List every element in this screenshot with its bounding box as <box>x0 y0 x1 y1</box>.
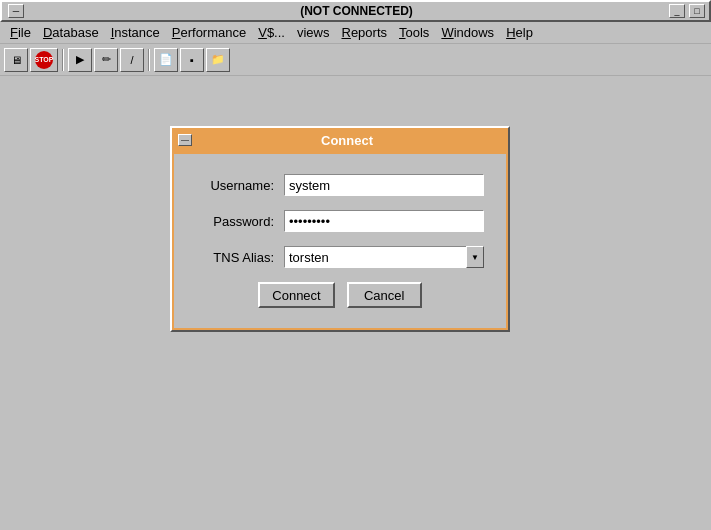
toolbar-slash1-button[interactable]: / <box>120 48 144 72</box>
menu-reports[interactable]: Reports <box>335 24 393 41</box>
title-bar: ─ (NOT CONNECTED) _ □ <box>0 0 711 22</box>
tns-dropdown-arrow[interactable]: ▼ <box>466 246 484 268</box>
toolbar-box-button[interactable]: ▪ <box>180 48 204 72</box>
connect-dialog: — Connect Username: Password: TNS Alias:… <box>170 126 510 332</box>
stop-button[interactable]: STOP <box>30 48 58 72</box>
toolbar-run-button[interactable]: ▶ <box>68 48 92 72</box>
tns-label: TNS Alias: <box>194 250 284 265</box>
maximize-button[interactable]: □ <box>689 4 705 18</box>
connect-button[interactable]: Connect <box>258 282 334 308</box>
toolbar-doc-button[interactable]: 📄 <box>154 48 178 72</box>
menu-performance[interactable]: Performance <box>166 24 252 41</box>
password-input[interactable] <box>284 210 484 232</box>
username-row: Username: <box>194 174 486 196</box>
toolbar-separator-1 <box>62 49 64 71</box>
stop-icon: STOP <box>35 51 53 69</box>
password-label: Password: <box>194 214 284 229</box>
menu-vs[interactable]: V$... <box>252 24 291 41</box>
dialog-titlebar: — Connect <box>172 128 508 152</box>
dialog-title: Connect <box>192 133 502 148</box>
menu-bar: File Database Instance Performance V$...… <box>0 22 711 44</box>
window-title: (NOT CONNECTED) <box>46 4 667 18</box>
toolbar-edit-button[interactable]: ✏ <box>94 48 118 72</box>
toolbar-separator-2 <box>148 49 150 71</box>
cancel-button[interactable]: Cancel <box>347 282 422 308</box>
username-input[interactable] <box>284 174 484 196</box>
menu-views[interactable]: views <box>291 24 336 41</box>
menu-file[interactable]: File <box>4 24 37 41</box>
tns-select-wrapper: ▼ <box>284 246 484 268</box>
dialog-buttons: Connect Cancel <box>194 282 486 308</box>
username-label: Username: <box>194 178 284 193</box>
system-menu-button[interactable]: ─ <box>8 4 24 18</box>
menu-tools[interactable]: Tools <box>393 24 435 41</box>
menu-windows[interactable]: Windows <box>435 24 500 41</box>
minimize-button[interactable]: _ <box>669 4 685 18</box>
menu-instance[interactable]: Instance <box>105 24 166 41</box>
tns-row: TNS Alias: ▼ <box>194 246 486 268</box>
tns-input[interactable] <box>284 246 484 268</box>
menu-help[interactable]: Help <box>500 24 539 41</box>
toolbar-icon1[interactable]: 🖥 <box>4 48 28 72</box>
dialog-body: Username: Password: TNS Alias: ▼ Connect… <box>172 152 508 330</box>
password-row: Password: <box>194 210 486 232</box>
main-area: — Connect Username: Password: TNS Alias:… <box>0 76 711 530</box>
toolbar: 🖥 STOP ▶ ✏ / 📄 ▪ 📁 <box>0 44 711 76</box>
toolbar-file-button[interactable]: 📁 <box>206 48 230 72</box>
dialog-minimize-button[interactable]: — <box>178 134 192 146</box>
menu-database[interactable]: Database <box>37 24 105 41</box>
